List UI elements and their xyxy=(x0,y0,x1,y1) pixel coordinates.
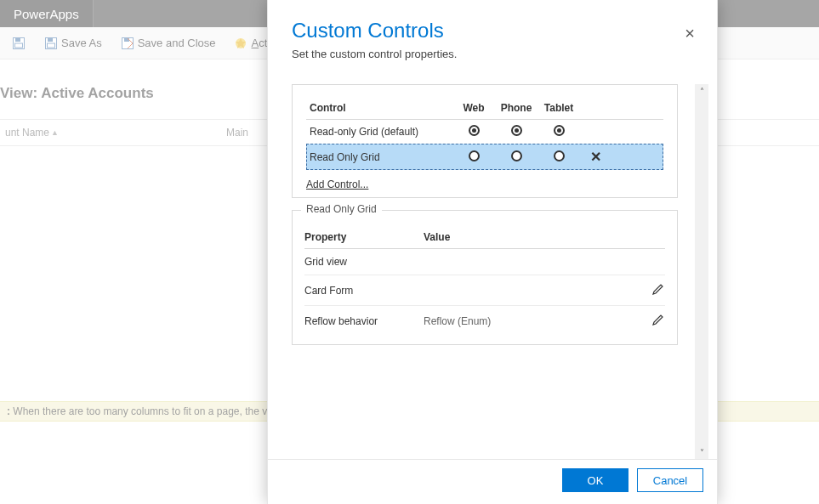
save-icon xyxy=(12,37,26,50)
dialog-subtitle: Set the custom control properties. xyxy=(292,48,693,60)
custom-controls-dialog: Custom Controls Set the custom control p… xyxy=(267,0,718,504)
property-row: Card Form xyxy=(304,275,665,306)
dialog-title: Custom Controls xyxy=(292,19,693,42)
svg-rect-4 xyxy=(48,38,53,42)
property-name: Reflow behavior xyxy=(304,315,424,327)
column-header-main[interactable]: Main xyxy=(226,127,248,139)
header-phone: Phone xyxy=(495,102,537,114)
header-property: Property xyxy=(304,231,424,243)
radio-web[interactable] xyxy=(469,125,480,136)
control-row-selected[interactable]: Read Only Grid ✕ xyxy=(306,144,663,170)
property-value: Reflow (Enum) xyxy=(424,315,640,327)
actions-icon xyxy=(234,37,247,50)
dialog-body: ˄ ˅ Control Web Phone Tablet Read-only G… xyxy=(276,84,708,459)
scroll-up-icon[interactable]: ˄ xyxy=(695,84,708,98)
property-row: Reflow behavior Reflow (Enum) xyxy=(304,306,665,336)
controls-panel: Control Web Phone Tablet Read-only Grid … xyxy=(292,84,678,198)
save-close-icon xyxy=(121,37,134,50)
properties-header: Property Value xyxy=(304,226,665,249)
save-close-label: Save and Close xyxy=(138,37,216,49)
header-value: Value xyxy=(424,231,640,243)
properties-legend: Read Only Grid xyxy=(301,203,382,215)
column-header-name[interactable]: unt Name ▲ xyxy=(5,127,226,139)
scrollbar[interactable]: ˄ ˅ xyxy=(695,84,708,459)
svg-rect-1 xyxy=(15,38,20,42)
radio-web[interactable] xyxy=(469,150,480,161)
save-as-button[interactable]: Save As xyxy=(39,34,107,53)
close-icon[interactable]: × xyxy=(685,24,695,43)
ok-button[interactable]: OK xyxy=(562,468,628,492)
header-web: Web xyxy=(452,102,495,114)
scroll-down-icon[interactable]: ˅ xyxy=(695,445,708,459)
control-row-default[interactable]: Read-only Grid (default) xyxy=(306,120,663,144)
property-name: Card Form xyxy=(304,285,424,297)
control-label: Read Only Grid xyxy=(310,151,452,163)
dialog-footer: OK Cancel xyxy=(268,459,717,504)
radio-phone[interactable] xyxy=(511,150,522,161)
radio-tablet[interactable] xyxy=(554,125,565,136)
header-tablet: Tablet xyxy=(537,102,580,114)
radio-tablet[interactable] xyxy=(554,150,565,161)
save-as-label: Save As xyxy=(61,37,102,49)
save-as-icon xyxy=(44,37,58,50)
header-control: Control xyxy=(310,102,452,114)
property-row: Grid view xyxy=(304,249,665,275)
sort-asc-icon: ▲ xyxy=(51,128,59,137)
save-and-close-button[interactable]: Save and Close xyxy=(116,34,221,53)
radio-phone[interactable] xyxy=(511,125,522,136)
edit-icon[interactable] xyxy=(640,282,665,298)
svg-rect-5 xyxy=(48,43,55,48)
note-text: When there are too many columns to fit o… xyxy=(10,405,291,417)
dialog-header: Custom Controls Set the custom control p… xyxy=(268,0,717,67)
properties-panel: Read Only Grid Property Value Grid view … xyxy=(292,210,678,345)
property-name: Grid view xyxy=(304,256,424,268)
brand-label: PowerApps xyxy=(0,0,94,27)
svg-rect-2 xyxy=(15,43,23,48)
add-control-link[interactable]: Add Control... xyxy=(306,178,368,190)
control-label: Read-only Grid (default) xyxy=(310,126,452,138)
controls-header-row: Control Web Phone Tablet xyxy=(306,97,663,120)
cancel-button[interactable]: Cancel xyxy=(637,468,703,492)
save-button[interactable] xyxy=(7,34,31,53)
edit-icon[interactable] xyxy=(640,313,665,329)
remove-control-icon[interactable]: ✕ xyxy=(580,149,611,165)
